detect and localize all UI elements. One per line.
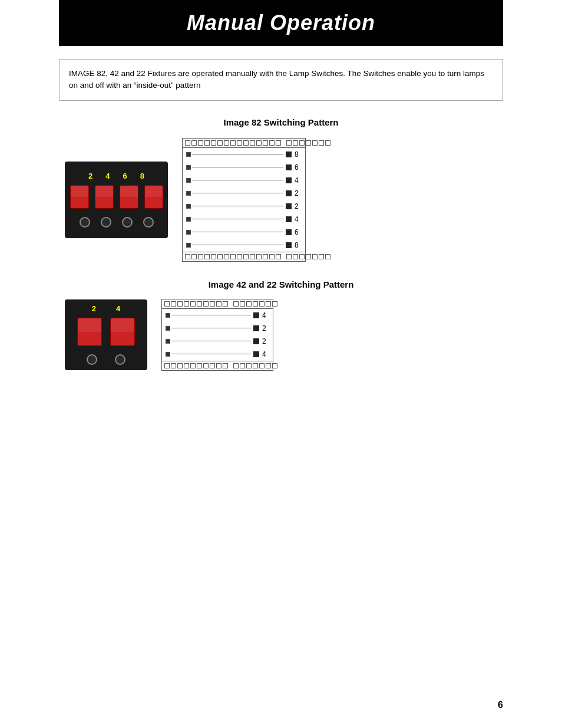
right-tick xyxy=(286,242,292,248)
switch-btn-4 xyxy=(144,185,163,209)
switch-circle-42-2 xyxy=(115,354,125,365)
tooth xyxy=(210,301,215,307)
tooth xyxy=(246,363,252,368)
row-line xyxy=(171,315,251,315)
tooth xyxy=(233,301,239,307)
tooth xyxy=(319,140,324,146)
tooth xyxy=(204,140,210,146)
left-tick xyxy=(186,191,191,196)
switch-photo-42: 2 4 xyxy=(65,299,147,370)
pattern-row-42-1: 4 xyxy=(162,309,273,322)
pattern-row-42-4: 4 xyxy=(162,348,273,361)
pattern-row-6: 4 xyxy=(183,213,305,226)
image42-diagram-row: 2 4 xyxy=(59,299,503,371)
tooth xyxy=(184,301,189,307)
tooth xyxy=(266,301,271,307)
pattern-row-1: 8 xyxy=(183,148,305,161)
row-number-2a: 2 xyxy=(295,189,302,197)
tooth xyxy=(177,363,183,368)
switch-circles-82 xyxy=(80,217,154,228)
tooth xyxy=(224,140,229,146)
tooth xyxy=(197,363,202,368)
switch-btn-2 xyxy=(95,185,114,209)
tooth xyxy=(256,140,262,146)
tooth xyxy=(184,363,189,368)
tooth xyxy=(293,140,298,146)
tooth xyxy=(237,254,242,259)
tooth xyxy=(276,140,281,146)
tooth xyxy=(256,254,262,259)
pattern-diagram-42: 4 2 2 4 xyxy=(161,299,273,371)
row-line xyxy=(192,180,283,180)
right-tick xyxy=(286,203,292,209)
section2-title: Image 42 and 22 Switching Pattern xyxy=(59,279,503,289)
left-tick xyxy=(186,165,191,170)
tooth xyxy=(217,140,223,146)
right-tick xyxy=(286,177,292,183)
tooth xyxy=(286,254,292,259)
row-number-8a: 8 xyxy=(295,150,302,159)
pattern-row-42-2: 2 xyxy=(162,322,273,335)
tooth xyxy=(319,254,324,259)
row-number-6b: 6 xyxy=(295,228,302,236)
tooth xyxy=(203,301,209,307)
switch-circle-42-1 xyxy=(87,354,97,365)
pattern-row-8: 8 xyxy=(183,239,305,252)
tooth xyxy=(230,254,236,259)
row-number-4a-42: 4 xyxy=(262,311,269,319)
intro-box: IMAGE 82, 42 and 22 Fixtures are operate… xyxy=(59,59,503,101)
switches-row-82 xyxy=(70,185,163,209)
switch-circle-4 xyxy=(143,217,154,228)
tooth xyxy=(263,254,268,259)
row-line xyxy=(192,232,283,232)
switches-row-42 xyxy=(77,318,135,346)
pattern-bottom-teeth-42 xyxy=(162,361,273,370)
tooth xyxy=(216,363,222,368)
left-tick xyxy=(166,326,170,331)
image82-diagram-row: 2 4 6 8 xyxy=(59,138,503,262)
tooth xyxy=(253,363,258,368)
tooth xyxy=(211,254,216,259)
left-tick xyxy=(186,152,191,157)
tooth xyxy=(240,301,245,307)
switch-circle-3 xyxy=(122,217,133,228)
switch-label-4-42: 4 xyxy=(116,304,120,313)
right-tick xyxy=(253,338,259,344)
row-number-2a-42: 2 xyxy=(262,324,269,332)
tooth xyxy=(211,140,216,146)
tooth xyxy=(230,140,236,146)
tooth xyxy=(325,140,330,146)
row-line xyxy=(192,206,283,206)
tooth xyxy=(243,254,249,259)
switch-btn-1 xyxy=(70,185,89,209)
tooth xyxy=(233,363,239,368)
pattern-row-42-3: 2 xyxy=(162,335,273,348)
left-tick xyxy=(186,204,191,209)
tooth xyxy=(190,363,196,368)
tooth xyxy=(272,363,277,368)
tooth xyxy=(263,140,268,146)
tooth xyxy=(306,140,311,146)
tooth-gap xyxy=(229,363,232,368)
tooth xyxy=(177,301,183,307)
left-tick xyxy=(166,313,170,318)
tooth xyxy=(269,140,275,146)
pattern-diagram-82: 8 6 4 2 xyxy=(182,138,306,262)
row-line xyxy=(171,328,251,328)
row-line xyxy=(192,167,283,167)
switch-photo-82: 2 4 6 8 xyxy=(65,162,168,238)
tooth xyxy=(259,363,265,368)
switch-label-6: 6 xyxy=(123,172,127,180)
row-line xyxy=(171,354,251,354)
tooth-gap xyxy=(282,254,285,259)
tooth xyxy=(198,254,203,259)
tooth-gap xyxy=(282,140,285,146)
pattern-bottom-teeth-82 xyxy=(183,252,305,261)
pattern-top-teeth-42 xyxy=(162,299,273,309)
right-tick xyxy=(286,229,292,235)
tooth xyxy=(216,301,222,307)
tooth xyxy=(293,254,298,259)
tooth xyxy=(272,301,277,307)
row-number-4b-42: 4 xyxy=(262,350,269,358)
tooth xyxy=(246,301,252,307)
